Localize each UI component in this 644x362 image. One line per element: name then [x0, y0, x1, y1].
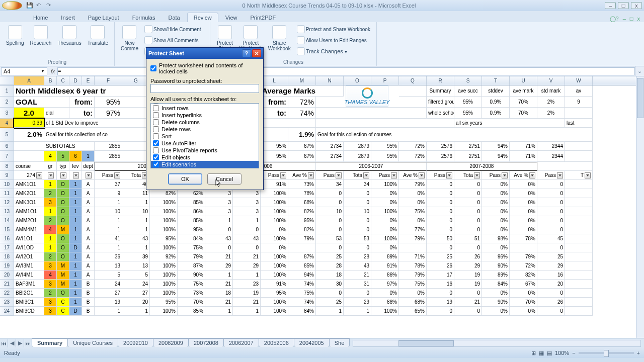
filter-icon[interactable]	[60, 172, 66, 178]
cell[interactable]: O	[57, 198, 69, 207]
name-box[interactable]: A4▼	[1, 67, 47, 75]
allow-edit-ranges-button[interactable]: Allow Users to Edit Ranges	[295, 35, 372, 45]
cell[interactable]	[44, 171, 57, 180]
cell[interactable]: M	[57, 225, 69, 234]
cell[interactable]: 70%	[178, 298, 205, 307]
cell[interactable]: O	[57, 207, 69, 216]
cell[interactable]: 3	[44, 307, 57, 316]
cell[interactable]: 0	[537, 216, 565, 225]
cell[interactable]: 100%	[150, 270, 178, 280]
cell[interactable]: 74%	[288, 108, 316, 119]
tab-formulas[interactable]: Formulas	[126, 13, 162, 22]
cell[interactable]: 0	[316, 243, 344, 252]
cell[interactable]: 0	[316, 198, 344, 207]
cell[interactable]: 1	[95, 243, 122, 252]
cell[interactable]: 1	[69, 280, 82, 289]
filter-icon[interactable]	[391, 172, 397, 178]
row-header[interactable]: 14	[0, 216, 14, 225]
cell[interactable]: 9	[95, 189, 122, 198]
cell[interactable]: 74%	[288, 298, 316, 307]
cell[interactable]: 1	[69, 216, 82, 225]
cell[interactable]: av	[565, 85, 593, 97]
cell[interactable]: 3	[205, 207, 233, 216]
cell[interactable]: 1	[122, 307, 150, 316]
cell[interactable]: 0	[427, 207, 454, 216]
cell[interactable]: C	[57, 298, 69, 307]
track-changes-button[interactable]: Track Changes ▾	[295, 46, 372, 56]
cell[interactable]: 13	[95, 261, 122, 270]
filter-icon[interactable]	[446, 172, 452, 178]
cell[interactable]: 3	[44, 298, 57, 307]
cell[interactable]: 100%	[261, 189, 288, 198]
cell[interactable]	[565, 189, 593, 198]
cell[interactable]: 0%	[510, 307, 537, 316]
cell[interactable]: 94%	[482, 151, 510, 162]
cell[interactable]: 75%	[288, 289, 316, 298]
cell[interactable]: 0	[427, 198, 454, 207]
cell[interactable]: 97%	[371, 280, 399, 289]
cell[interactable]	[57, 171, 69, 180]
spelling-button[interactable]: Spelling	[4, 24, 26, 47]
cell[interactable]: 51	[454, 234, 482, 243]
cell[interactable]: AVI2O1	[14, 252, 44, 261]
row-header[interactable]: 12	[0, 198, 14, 207]
cell[interactable]: 20	[122, 298, 150, 307]
cell[interactable]: 71%	[399, 252, 427, 261]
cell[interactable]: 67%	[510, 280, 537, 289]
cell[interactable]	[565, 270, 593, 280]
cell[interactable]: 9	[565, 97, 593, 108]
cell[interactable]: Pass	[371, 171, 399, 180]
cell[interactable]: 0	[233, 243, 261, 252]
cell[interactable]: 19	[233, 289, 261, 298]
new-comment-button[interactable]: New Comme	[119, 24, 140, 52]
cell[interactable]: 79%	[399, 270, 427, 280]
cell[interactable]: 4	[44, 151, 57, 162]
cell[interactable]: 0	[537, 189, 565, 198]
row-header[interactable]: 8	[0, 162, 14, 171]
cell[interactable]: 74%	[288, 280, 316, 289]
cell[interactable]: 5	[57, 151, 69, 162]
cell[interactable]: 34	[316, 180, 344, 189]
cell[interactable]: 1	[44, 180, 57, 189]
formula-input[interactable]: =	[57, 67, 635, 75]
cell[interactable]: 1	[69, 298, 82, 307]
cell[interactable]: 100%	[150, 307, 178, 316]
cell[interactable]: A	[82, 252, 95, 261]
cell[interactable]: 100%	[150, 243, 178, 252]
cell[interactable]	[537, 162, 593, 171]
cell[interactable]: 1	[44, 243, 57, 252]
cell[interactable]: 0	[205, 243, 233, 252]
cell[interactable]	[565, 198, 593, 207]
cell[interactable]: 0	[344, 216, 371, 225]
save-icon[interactable]: 💾	[26, 2, 33, 9]
cell[interactable]: 2344	[537, 151, 565, 162]
permission-item[interactable]: Sort	[151, 133, 259, 140]
cell[interactable]: 82%	[288, 207, 316, 216]
cell[interactable]: 100%	[261, 216, 288, 225]
tab-review[interactable]: Review	[187, 13, 218, 22]
cell[interactable]	[14, 151, 44, 162]
cell[interactable]: 5	[95, 270, 122, 280]
cell[interactable]: Pass	[95, 171, 122, 180]
cell[interactable]: 79%	[510, 252, 537, 261]
tab-home[interactable]: Home	[27, 13, 54, 22]
cell[interactable]: 1	[205, 216, 233, 225]
cell[interactable]: A	[82, 189, 95, 198]
permission-item[interactable]: Delete columns	[151, 119, 259, 126]
cell[interactable]: 0%	[371, 289, 399, 298]
cell[interactable]: std mark	[537, 85, 565, 97]
cell[interactable]: O	[57, 289, 69, 298]
cell[interactable]: 100%	[150, 261, 178, 270]
dialog-titlebar[interactable]: Protect Sheet ? ✕	[146, 48, 263, 59]
cell[interactable]: 10	[122, 207, 150, 216]
col-header-B[interactable]: B	[44, 76, 57, 85]
cell[interactable]: 29	[537, 261, 565, 270]
cell[interactable]: last	[565, 119, 593, 128]
cell[interactable]: 72%	[510, 261, 537, 270]
cell[interactable]: 0	[344, 189, 371, 198]
cell[interactable]: 6	[69, 151, 82, 162]
cell[interactable]: AMM2O1	[14, 216, 44, 225]
cell[interactable]: O	[57, 252, 69, 261]
row-header[interactable]: 17	[0, 243, 14, 252]
cell[interactable]: 94%	[482, 142, 510, 151]
